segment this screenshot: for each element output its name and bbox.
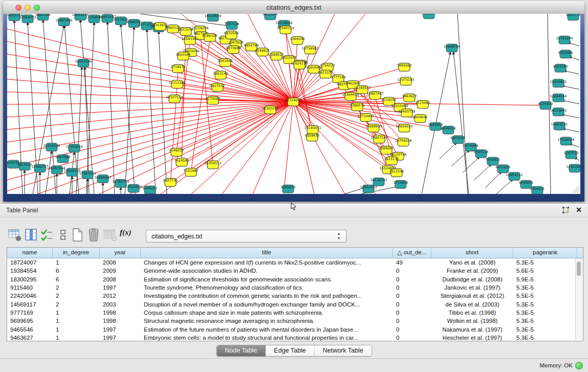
- graph-edge[interactable]: [496, 179, 513, 194]
- graph-edge[interactable]: [80, 20, 94, 194]
- show-column-icon[interactable]: [24, 227, 39, 243]
- graph-node[interactable]: 9245012: [143, 186, 158, 194]
- column-header-pagerank[interactable]: pagerank: [513, 248, 577, 258]
- graph-edge[interactable]: [107, 22, 115, 194]
- graph-edge[interactable]: [564, 71, 579, 74]
- column-header-year[interactable]: year: [100, 248, 141, 258]
- graph-edge[interactable]: [474, 164, 491, 180]
- table-row[interactable]: 1830029562008Estimation of significance …: [7, 275, 583, 283]
- graph-edge[interactable]: [293, 102, 314, 194]
- table-row[interactable]: 977716911998Corpus callosum shape and si…: [7, 309, 583, 317]
- new-table-icon[interactable]: [70, 227, 85, 243]
- select-all-icon[interactable]: [39, 227, 54, 243]
- graph-node[interactable]: 7152487: [184, 168, 199, 177]
- scrollbar-thumb[interactable]: [577, 261, 581, 276]
- memory-status-indicator[interactable]: [575, 362, 583, 369]
- network-canvas[interactable]: 2405572413954073986218620891406160552341…: [7, 14, 580, 194]
- table-row[interactable]: 2242004622012Investigating the contribut…: [7, 292, 583, 300]
- graph-node[interactable]: 12975185: [397, 77, 414, 85]
- graph-node[interactable]: 2522546: [389, 169, 404, 177]
- graph-node[interactable]: 9115460: [416, 100, 430, 108]
- table-row[interactable]: 1872400712008Changes of HCN gene express…: [7, 258, 583, 267]
- graph-node[interactable]: 9862186: [36, 14, 51, 20]
- graph-node[interactable]: 12923446: [125, 184, 142, 192]
- graph-node[interactable]: 20364456: [342, 92, 359, 100]
- graph-edge[interactable]: [86, 23, 94, 194]
- column-header-short[interactable]: short: [431, 248, 513, 258]
- graph-node[interactable]: 12544319: [277, 26, 294, 34]
- graph-node[interactable]: 19756928: [395, 138, 411, 146]
- graph-node[interactable]: 7357224: [225, 21, 239, 30]
- graph-node[interactable]: 8912934: [179, 28, 193, 36]
- graph-edge[interactable]: [562, 100, 579, 104]
- graph-node[interactable]: 16648784: [443, 44, 460, 52]
- table-settings-icon[interactable]: [7, 227, 23, 243]
- table-row[interactable]: 1938455462009Genome-wide association stu…: [7, 267, 583, 275]
- graph-node[interactable]: 2803144: [213, 71, 228, 79]
- graph-node[interactable]: 9875685: [226, 46, 241, 54]
- table-row[interactable]: 946362711997Embryonic stem cells: a mode…: [7, 334, 583, 341]
- graph-node[interactable]: 17359924: [66, 144, 82, 152]
- graph-node[interactable]: 2718176: [171, 64, 186, 73]
- graph-node[interactable]: 10654112: [506, 172, 522, 181]
- graph-node[interactable]: 9890344: [176, 52, 191, 60]
- graph-node[interactable]: 8938924: [441, 126, 456, 134]
- graph-node[interactable]: 18807249: [371, 135, 387, 143]
- graph-edge[interactable]: [293, 102, 345, 194]
- graph-node[interactable]: 9329966: [558, 50, 573, 58]
- table-selector-dropdown[interactable]: citations_edges.txt ▲▼: [146, 230, 346, 243]
- graph-node[interactable]: 20891406: [55, 18, 72, 26]
- graph-node[interactable]: 9463627: [402, 94, 417, 102]
- graph-edge[interactable]: [562, 115, 579, 118]
- close-panel-icon[interactable]: ✕: [576, 206, 582, 214]
- graph-node[interactable]: 19654923: [396, 124, 412, 132]
- graph-node[interactable]: 13954073: [19, 15, 36, 23]
- table-row[interactable]: 969969511998Structural magnetic resonanc…: [7, 317, 583, 325]
- graph-node[interactable]: 10952413: [360, 185, 377, 193]
- graph-edge[interactable]: [221, 75, 293, 102]
- graph-node[interactable]: 1615132: [384, 157, 399, 165]
- graph-node[interactable]: 1733426: [394, 180, 408, 188]
- graph-node[interactable]: 7386572: [350, 103, 365, 111]
- tab-network-table[interactable]: Network Table: [315, 345, 372, 356]
- resize-grip-icon[interactable]: [572, 186, 579, 193]
- graph-node[interactable]: 9246017: [169, 148, 184, 157]
- graph-edge[interactable]: [130, 102, 293, 194]
- graph-node[interactable]: 16958167: [94, 175, 111, 183]
- graph-node[interactable]: 6813054: [422, 14, 437, 19]
- delete-table-icon[interactable]: [86, 227, 101, 243]
- function-builder-icon[interactable]: f(x): [120, 228, 135, 244]
- graph-node[interactable]: 11451944: [48, 166, 65, 174]
- graph-node[interactable]: 13505135: [63, 168, 80, 177]
- graph-edge[interactable]: [293, 14, 335, 102]
- graph-node[interactable]: 9227343: [553, 64, 568, 72]
- window-title-bar[interactable]: citations_edges.txt: [3, 1, 584, 14]
- graph-node[interactable]: 9245033: [281, 185, 296, 193]
- graph-node[interactable]: 12942757: [31, 164, 48, 172]
- graph-node[interactable]: 1364098: [290, 36, 305, 45]
- graph-node[interactable]: 16033809: [204, 14, 221, 21]
- table-row[interactable]: 1456911722003Disruption of a novel membe…: [7, 300, 583, 308]
- column-header-out_de[interactable]: △ out_de...: [393, 248, 431, 258]
- graph-node[interactable]: 7624541: [175, 158, 189, 166]
- tab-node-table[interactable]: Node Table: [216, 345, 266, 356]
- rows-icon[interactable]: [55, 227, 71, 243]
- graph-node[interactable]: 9316021: [530, 186, 545, 194]
- graph-node[interactable]: 8813054: [263, 14, 278, 20]
- graph-node[interactable]: 14136141: [370, 178, 387, 186]
- graph-node[interactable]: 18300295: [262, 106, 278, 114]
- graph-node[interactable]: 8186328: [203, 33, 217, 41]
- graph-node[interactable]: 9820546: [224, 31, 239, 39]
- graph-node[interactable]: 1941774: [566, 14, 580, 20]
- column-header-in_degree[interactable]: in_degree: [53, 248, 100, 258]
- graph-node[interactable]: 9699695: [413, 115, 428, 123]
- graph-node[interactable]: 16354112: [204, 161, 221, 169]
- graph-edge[interactable]: [485, 172, 502, 188]
- graph-node[interactable]: 8427552: [210, 83, 225, 92]
- graph-node[interactable]: 9558455: [305, 133, 320, 141]
- graph-node[interactable]: 10688609: [365, 124, 382, 132]
- graph-edge[interactable]: [562, 86, 579, 90]
- graph-node[interactable]: 9097588: [56, 155, 71, 163]
- graph-node[interactable]: 3913593: [17, 162, 32, 170]
- table-row[interactable]: 946554611997Estimation of the future num…: [7, 325, 583, 333]
